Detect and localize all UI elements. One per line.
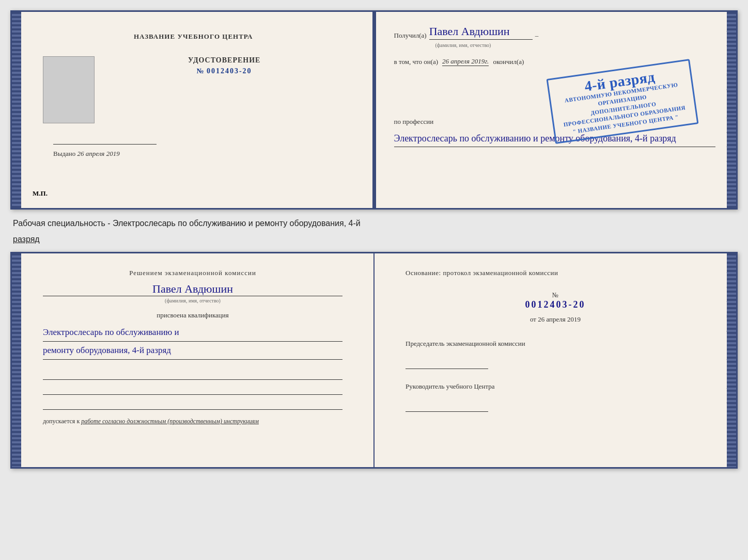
blank-line-3	[43, 397, 342, 410]
left-text-area: УДОСТОВЕРЕНИЕ № 0012403-20	[105, 51, 344, 81]
cert-number: 0012403-20	[207, 67, 252, 75]
bottom-right-page: Основание: протокол экзаменационной коми…	[375, 253, 736, 467]
okonchil-label: окончил(а)	[493, 58, 524, 66]
resheniyem-title: Решением экзаменационной комиссии	[43, 269, 342, 277]
predsedatel-signature-line	[406, 359, 488, 369]
bottom-binding-right	[727, 253, 736, 467]
udostoverenie-title: УДОСТОВЕРЕНИЕ	[188, 56, 260, 65]
dopuskaetsya-label: допускается к	[43, 418, 80, 425]
dopuskaetsya-block: допускается к работе согласно должностны…	[43, 418, 342, 425]
prisvoyena-text: присвоена квалификация	[43, 311, 342, 319]
qual-line1: Электрослесарь по обслуживанию и	[43, 324, 342, 342]
top-booklet: НАЗВАНИЕ УЧЕБНОГО ЦЕНТРА УДОСТОВЕРЕНИЕ №…	[10, 10, 738, 210]
vydano-label: Выдано	[53, 150, 75, 157]
left-content: УДОСТОВЕРЕНИЕ № 0012403-20	[43, 51, 344, 129]
komissia-name: Павел Авдюшин	[43, 282, 342, 296]
ot-date-block: от 26 апреля 2019	[406, 315, 705, 324]
vtom-label: в том, что он(а)	[394, 58, 439, 66]
rukovoditel-signature-line	[406, 402, 488, 412]
protocol-number: 0012403-20	[406, 299, 705, 310]
predsedatel-title: Председатель экзаменационной комиссии	[406, 339, 705, 348]
cert-title: НАЗВАНИЕ УЧЕБНОГО ЦЕНТРА	[43, 33, 344, 41]
mp-block: М.П.	[33, 189, 48, 198]
qual-line2: ремонту оборудования, 4-й разряд	[43, 342, 342, 360]
bottom-fio-sub: (фамилия, имя, отчество)	[43, 298, 342, 303]
bottom-left-page: Решением экзаменационной комиссии Павел …	[12, 253, 375, 467]
qualification-block: Электрослесарь по обслуживанию и ремонту…	[43, 324, 342, 360]
poluchil-label: Получил(а)	[394, 31, 427, 40]
binding-strip-right	[727, 12, 736, 208]
rukovoditel-title: Руководитель учебного Центра	[406, 382, 705, 391]
udostoverenie-block: УДОСТОВЕРЕНИЕ № 0012403-20	[188, 56, 260, 75]
vydano-date: 26 апреля 2019	[77, 150, 120, 157]
number-label-bottom: №	[552, 291, 558, 299]
number-label: №	[197, 67, 205, 75]
booklet-left-page: НАЗВАНИЕ УЧЕБНОГО ЦЕНТРА УДОСТОВЕРЕНИЕ №…	[12, 12, 376, 208]
completion-date: 26 апреля 2019г.	[442, 57, 489, 66]
page-wrapper: НАЗВАНИЕ УЧЕБНОГО ЦЕНТРА УДОСТОВЕРЕНИЕ №…	[10, 10, 738, 469]
blank-lines	[43, 367, 342, 410]
between-label2: разряд	[10, 231, 738, 247]
blank-line-1	[43, 367, 342, 380]
dopuskaetsya-text: работе согласно должностным (производств…	[81, 418, 259, 425]
osnovanie-title: Основание: протокол экзаменационной коми…	[406, 269, 705, 277]
photo-placeholder	[43, 56, 95, 123]
blank-line-2	[43, 382, 342, 395]
profession-line1: Электрослесарь по обслуживанию и	[394, 133, 538, 143]
poluchil-line: Получил(а) Павел Авдюшин –	[394, 25, 716, 40]
bottom-booklet: Решением экзаменационной комиссии Павел …	[10, 252, 738, 469]
between-label: Рабочая специальность - Электрослесарь п…	[10, 215, 738, 231]
podpis-block: Председатель экзаменационной комиссии Ру…	[406, 339, 705, 412]
ot-date: 26 апреля 2019	[538, 315, 581, 323]
between-label-block: Рабочая специальность - Электрослесарь п…	[10, 215, 738, 247]
vydano-block: Выдано 26 апреля 2019	[53, 150, 344, 158]
ot-label: от	[530, 315, 536, 323]
fio-sublabel: (фамилия, имя, отчество)	[435, 42, 716, 48]
booklet-right-page: Получил(а) Павел Авдюшин – (фамилия, имя…	[376, 12, 737, 208]
recipient-name: Павел Авдюшин	[429, 25, 533, 40]
